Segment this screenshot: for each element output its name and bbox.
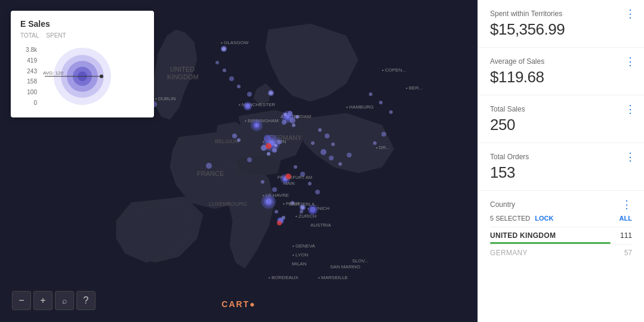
svg-point-66 (269, 91, 273, 95)
metric-spent-label: Spent within Territories (490, 10, 632, 18)
svg-point-81 (311, 141, 315, 145)
svg-point-82 (321, 149, 326, 155)
svg-point-99 (389, 110, 393, 114)
svg-text:AUSTRIA: AUSTRIA (310, 222, 331, 228)
svg-point-85 (347, 153, 352, 157)
svg-point-60 (237, 138, 241, 142)
help-button[interactable]: ? (76, 291, 95, 310)
svg-text:LUXEMBOURG: LUXEMBOURG (209, 201, 247, 207)
metric-total-sales-label: Total Sales (490, 105, 632, 113)
svg-point-48 (222, 47, 226, 51)
chart-column-labels: TOTAL SPENT (20, 32, 144, 39)
svg-point-97 (369, 92, 372, 96)
chart-y-axis: 3.8k 419 243 158 100 0 (20, 47, 37, 106)
country-row-germany[interactable]: GERMANY 57 (490, 244, 632, 261)
svg-point-87 (261, 180, 264, 184)
svg-text:AVG: 120: AVG: 120 (43, 70, 64, 76)
svg-point-93 (300, 210, 303, 213)
svg-text:• MARSEILLE: • MARSEILLE (318, 275, 348, 280)
metric-total-orders-menu[interactable]: ⋮ (625, 151, 636, 162)
svg-text:• COPEN...: • COPEN... (382, 67, 406, 73)
zoom-in-button[interactable]: + (33, 291, 53, 310)
svg-point-53 (289, 117, 295, 123)
country-count-uk: 111 (620, 231, 632, 240)
selected-badge: 5 SELECTED (490, 215, 530, 222)
metric-spent-menu[interactable]: ⋮ (625, 8, 636, 19)
svg-text:BELGIUM: BELGIUM (215, 138, 239, 144)
country-name-uk: UNITED KINGDOM (490, 231, 620, 240)
svg-point-59 (232, 134, 237, 138)
country-filter-card: Country ⋮ 5 SELECTED LOCK ALL UNITED KIN… (478, 191, 644, 322)
metric-total-orders: Total Orders 153 ⋮ (478, 143, 644, 191)
country-count-germany: 57 (624, 249, 632, 257)
search-map-icon: ⌕ (62, 296, 67, 305)
svg-point-104 (229, 76, 234, 81)
svg-text:SLOV...: SLOV... (352, 258, 368, 264)
svg-point-74 (282, 216, 285, 219)
country-filter-row: 5 SELECTED LOCK ALL (490, 215, 632, 222)
svg-point-73 (277, 221, 282, 225)
metric-total-orders-value: 153 (490, 163, 632, 182)
country-filter-menu[interactable]: ⋮ (621, 198, 632, 211)
metric-total-sales-menu[interactable]: ⋮ (625, 104, 636, 114)
svg-text:• GENEVA: • GENEVA (292, 243, 315, 249)
svg-point-56 (288, 111, 292, 116)
svg-point-103 (237, 85, 241, 88)
svg-point-39 (272, 148, 277, 153)
carto-dot: ● (249, 299, 255, 309)
metric-total-sales: Total Sales 250 ⋮ (478, 95, 644, 143)
svg-text:• HAMBURG: • HAMBURG (346, 104, 374, 110)
svg-point-79 (325, 134, 329, 138)
country-filter-title: Country (490, 200, 515, 209)
zoom-out-button[interactable]: − (12, 291, 31, 310)
bubble-chart-svg: AVG: 120 (42, 44, 113, 109)
svg-point-106 (215, 61, 219, 64)
lock-button[interactable]: LOCK (535, 215, 553, 222)
svg-point-102 (247, 92, 252, 97)
svg-point-84 (338, 162, 342, 166)
svg-point-96 (206, 163, 212, 169)
metric-spent-value: $15,356.99 (490, 20, 632, 39)
svg-text:• GLASGOW: • GLASGOW (221, 40, 249, 45)
svg-point-64 (285, 174, 291, 179)
svg-point-100 (381, 132, 386, 137)
svg-point-70 (310, 207, 316, 213)
metric-spent-territories: Spent within Territories $15,356.99 ⋮ (478, 0, 644, 48)
svg-point-77 (266, 199, 272, 205)
map-container[interactable]: UNITED KINGDOM FRANCE GERMANY BELGIUM LU… (0, 0, 477, 322)
metric-avg-sales: Average of Sales $119.68 ⋮ (478, 48, 644, 95)
svg-point-46 (245, 104, 250, 109)
svg-point-101 (373, 141, 377, 145)
svg-text:• DUBLIN: • DUBLIN (155, 96, 176, 101)
svg-point-95 (247, 157, 252, 162)
svg-point-92 (291, 201, 294, 205)
svg-point-55 (295, 115, 299, 119)
metric-avg-value: $119.68 (490, 68, 632, 86)
country-row-uk[interactable]: UNITED KINGDOM 111 (490, 227, 632, 244)
svg-point-54 (282, 120, 286, 125)
svg-text:• BER...: • BER... (406, 85, 423, 91)
svg-text:FRANCE: FRANCE (197, 170, 224, 177)
chart-title: E Sales (20, 19, 144, 29)
chart-area: 3.8k 419 243 158 100 0 (20, 44, 144, 109)
svg-text:• DR...: • DR... (376, 145, 390, 150)
svg-point-98 (379, 101, 383, 104)
svg-point-89 (300, 172, 305, 177)
svg-point-113 (100, 75, 103, 78)
metric-avg-menu[interactable]: ⋮ (625, 56, 636, 67)
metric-total-sales-value: 250 (490, 116, 632, 134)
svg-text:• LYON: • LYON (292, 252, 308, 258)
svg-point-42 (267, 152, 270, 156)
svg-point-105 (223, 69, 226, 72)
country-name-germany: GERMANY (490, 249, 624, 257)
svg-text:• BORDEAUX: • BORDEAUX (269, 275, 299, 280)
chart-overlay: E Sales TOTAL SPENT 3.8k 419 243 158 100… (11, 11, 154, 117)
all-link[interactable]: ALL (620, 215, 632, 222)
search-map-button[interactable]: ⌕ (55, 291, 74, 310)
svg-point-41 (277, 140, 282, 144)
svg-point-88 (294, 165, 297, 169)
svg-point-78 (318, 128, 322, 132)
svg-point-43 (274, 144, 278, 147)
svg-point-83 (329, 156, 334, 160)
svg-point-58 (284, 113, 287, 116)
